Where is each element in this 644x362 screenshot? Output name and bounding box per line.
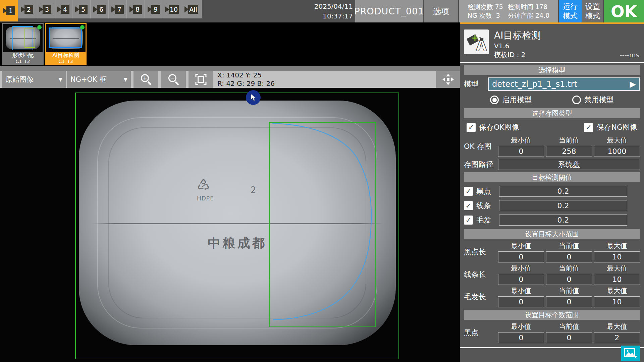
size-range-blackspot: 黑点长 最小值 当前值 最大值 0 0 10	[464, 241, 640, 262]
size-min[interactable]: 0	[498, 296, 544, 307]
camera-tab-5[interactable]: 5	[72, 0, 91, 18]
threshold-value[interactable]: 0.2	[499, 186, 627, 197]
radio-disable-model[interactable]: 禁用模型	[572, 95, 614, 105]
threshold-row-line: ✓ 线条 0.2	[464, 200, 640, 211]
thumb-image	[46, 24, 86, 52]
thumb-subtitle: C1_T3	[46, 59, 86, 64]
camera-tab-all[interactable]: All	[181, 0, 202, 18]
checkbox-checked-icon: ✓	[584, 123, 593, 132]
count-min[interactable]: 0	[498, 332, 544, 343]
size-min[interactable]: 0	[498, 274, 544, 285]
threshold-value[interactable]: 0.2	[499, 215, 627, 226]
camera-icon: All	[184, 5, 198, 14]
camera-icon: 8	[129, 5, 142, 14]
camera-tab-3[interactable]: 3	[36, 0, 54, 18]
size-range-line: 线条长 最小值 当前值 最大值 0 0 10	[464, 264, 640, 285]
panel-header: + A AI目标检测 V1.6 模板ID : 2 ----ms	[460, 24, 644, 60]
camera-tab-6[interactable]: 6	[91, 0, 109, 18]
checkbox-checked-icon[interactable]: ✓	[464, 187, 473, 196]
image-source-select[interactable]: 原始图像 ▼	[2, 71, 66, 88]
ai-tool-icon: + A	[464, 29, 489, 54]
camera-icon: 2	[21, 5, 33, 14]
radio-enable-model[interactable]: 启用模型	[490, 95, 532, 105]
camera-tab-2[interactable]: 2	[18, 0, 36, 18]
fit-to-screen-icon	[195, 73, 207, 85]
checkbox-save-ok[interactable]: ✓ 保存OK图像	[467, 122, 519, 132]
pan-move-icon	[441, 73, 455, 86]
size-current[interactable]: 0	[546, 251, 592, 262]
chevron-right-icon: ▶	[630, 79, 636, 89]
ok-save-min[interactable]: 0	[498, 146, 544, 157]
camera-icon: 5	[75, 5, 88, 14]
checkbox-checked-icon[interactable]: ✓	[464, 216, 473, 225]
camera-tab-9[interactable]: 9	[145, 0, 163, 18]
camera-tab-7[interactable]: 7	[109, 0, 127, 18]
camera-icon: 7	[111, 5, 124, 14]
time-text: 10:37:17	[323, 11, 353, 21]
section-save-type: 选择存图类型	[464, 108, 640, 118]
chevron-down-icon: ▼	[58, 76, 62, 82]
ok-save-max[interactable]: 1000	[594, 146, 640, 157]
checkbox-checked-icon[interactable]: ✓	[464, 201, 473, 210]
stat-capacity: 分钟产能 24.0	[508, 11, 549, 20]
tool-thumb-ai-detect[interactable]: AI目标检测 C1_T3	[45, 23, 87, 65]
camera-icon: 3	[39, 5, 51, 14]
camera-icon: 10	[165, 5, 179, 14]
run-mode-button[interactable]: 运行 模式	[559, 0, 582, 22]
thumb-image	[3, 24, 43, 52]
date-text: 2025/04/11	[314, 2, 353, 11]
stat-ng-count: NG 次数 3	[468, 11, 503, 20]
result-status: OK	[604, 0, 644, 22]
options-button[interactable]: 选项	[424, 0, 458, 22]
setup-mode-button[interactable]: 设置 模式	[582, 0, 603, 22]
size-max[interactable]: 10	[594, 296, 640, 307]
tool-settings-panel: + A AI目标检测 V1.6 模板ID : 2 ----ms 选择模型 模型 …	[460, 22, 644, 362]
fit-to-screen-button[interactable]	[189, 71, 213, 88]
model-select[interactable]: detect_zl_p1_1_s1.trt ▶	[488, 77, 640, 91]
camera-icon: 6	[93, 5, 106, 14]
zoom-out-button[interactable]: −	[161, 71, 186, 88]
size-max[interactable]: 10	[594, 274, 640, 285]
count-max[interactable]: 2	[594, 332, 640, 343]
image-viewer[interactable]: ♴ HDPE 2 中粮成都	[0, 88, 460, 362]
overlay-mode-select[interactable]: NG+OK 框 ▼	[67, 71, 131, 88]
size-current[interactable]: 0	[546, 274, 592, 285]
camera-icon: 4	[57, 5, 69, 14]
model-label: 模型	[464, 79, 488, 89]
radio-unselected-icon	[572, 96, 581, 104]
threshold-row-hair: ✓ 毛发 0.2	[464, 215, 640, 226]
save-path-value[interactable]: 系统盘	[498, 159, 640, 170]
status-dot-green	[80, 25, 85, 29]
tool-thumb-shape-match[interactable]: 形状匹配 C1_T2	[2, 23, 44, 65]
roi-rect-blue	[49, 27, 82, 48]
thumb-title: AI目标检测	[46, 52, 86, 59]
pan-button[interactable]	[436, 71, 460, 88]
roi-rect-green	[24, 28, 35, 48]
header-divider	[460, 62, 644, 63]
save-image-button[interactable]	[621, 346, 640, 361]
count-current[interactable]: 0	[546, 332, 592, 343]
chevron-down-icon: ▼	[123, 76, 127, 82]
size-max[interactable]: 10	[594, 251, 640, 262]
size-min[interactable]: 0	[498, 251, 544, 262]
size-current[interactable]: 0	[546, 296, 592, 307]
ok-save-current[interactable]: 258	[546, 146, 592, 157]
section-threshold: 目标检测阈值	[464, 172, 640, 182]
camera-tab-8[interactable]: 8	[127, 0, 145, 18]
product-name[interactable]: PRODUCT_001	[355, 0, 423, 22]
threshold-value[interactable]: 0.2	[499, 200, 627, 211]
zoom-in-button[interactable]: +	[133, 71, 158, 88]
checkbox-save-ng[interactable]: ✓ 保存NG图像	[584, 122, 637, 132]
camera-tab-4[interactable]: 4	[54, 0, 72, 18]
tool-thumbnail-strip: 形状匹配 C1_T2 AI目标检测 C1_T3	[0, 22, 460, 66]
strip-divider	[0, 66, 460, 71]
camera-tab-10[interactable]: 10	[163, 0, 181, 18]
zoom-in-icon: +	[141, 74, 151, 85]
mouse-cursor-marker	[246, 90, 261, 105]
ok-save-range-group: OK 存图 最小值 当前值 最大值 0 258 1000	[464, 136, 640, 157]
tool-title: AI目标检测	[494, 29, 541, 42]
datetime: 2025/04/11 10:37:17	[281, 0, 353, 22]
radio-selected-icon	[490, 96, 499, 104]
camera-tab-1[interactable]: 1	[0, 0, 18, 21]
viewer-toolbar: 原始图像 ▼ NG+OK 框 ▼ + − X: 1402 Y: 25 R: 42…	[0, 71, 460, 88]
